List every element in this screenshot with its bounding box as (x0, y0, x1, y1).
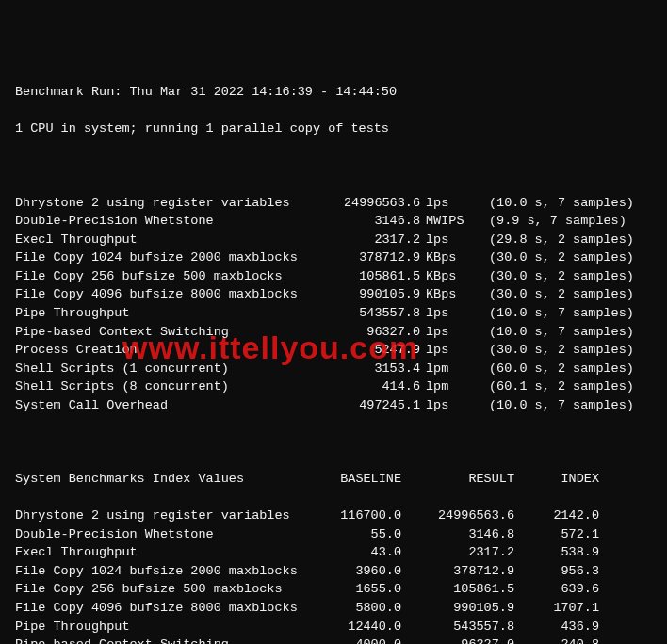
index-baseline: 116700.0 (307, 507, 401, 525)
test-detail: (30.0 s, 2 samples) (478, 249, 652, 267)
index-name: File Copy 1024 bufsize 2000 maxblocks (15, 562, 307, 581)
test-unit: lpm (420, 378, 478, 396)
index-value: 572.1 (514, 525, 599, 544)
test-value: 96327.0 (317, 323, 420, 342)
test-detail: (10.0 s, 7 samples) (478, 323, 652, 342)
test-unit: KBps (420, 267, 478, 286)
index-row: Execl Throughput43.02317.2538.9 (15, 543, 652, 562)
index-baseline: 3960.0 (307, 562, 401, 581)
index-name: Pipe-based Context Switching (15, 636, 307, 644)
test-results-block: Dhrystone 2 using register variables2499… (15, 194, 652, 415)
test-unit: lps (420, 396, 478, 415)
index-baseline: 12440.0 (307, 618, 401, 636)
index-header-index: INDEX (514, 470, 599, 489)
index-baseline: 5800.0 (307, 599, 401, 618)
index-row: Pipe-based Context Switching4000.096327.… (15, 636, 652, 644)
test-name: Process Creation (15, 341, 317, 360)
index-result: 378712.9 (401, 562, 514, 581)
test-detail: (30.0 s, 2 samples) (478, 285, 652, 304)
test-row: Execl Throughput2317.2lps(29.8 s, 2 samp… (15, 231, 652, 250)
index-header-baseline: BASELINE (307, 470, 401, 489)
test-unit: lps (420, 231, 478, 250)
test-name: File Copy 4096 bufsize 8000 maxblocks (15, 285, 317, 304)
test-name: Shell Scripts (1 concurrent) (15, 360, 317, 378)
test-detail: (9.9 s, 7 samples) (478, 212, 652, 231)
index-baseline: 1655.0 (307, 580, 401, 599)
test-value: 3153.4 (317, 360, 420, 378)
index-value: 2142.0 (514, 507, 599, 525)
header-line-1: Benchmark Run: Thu Mar 31 2022 14:16:39 … (15, 83, 652, 102)
index-baseline: 4000.0 (307, 636, 401, 644)
index-name: Execl Throughput (15, 543, 307, 562)
test-unit: KBps (420, 285, 478, 304)
index-header-result: RESULT (401, 470, 514, 489)
index-result: 543557.8 (401, 618, 514, 636)
test-unit: lpm (420, 360, 478, 378)
test-value: 414.6 (317, 378, 420, 396)
index-value: 538.9 (514, 543, 599, 562)
test-unit: MWIPS (420, 212, 478, 231)
test-unit: lps (420, 304, 478, 323)
test-value: 24996563.6 (317, 194, 420, 213)
index-result: 3146.8 (401, 525, 514, 544)
test-row: Process Creation5247.9lps(30.0 s, 2 samp… (15, 341, 652, 360)
index-name: Double-Precision Whetstone (15, 525, 307, 544)
index-row: Pipe Throughput12440.0543557.8436.9 (15, 618, 652, 636)
index-value: 240.8 (514, 636, 599, 644)
index-name: File Copy 256 bufsize 500 maxblocks (15, 580, 307, 599)
index-header-row: System Benchmarks Index ValuesBASELINERE… (15, 470, 652, 489)
test-name: Pipe-based Context Switching (15, 323, 317, 342)
header-line-2: 1 CPU in system; running 1 parallel copy… (15, 120, 652, 138)
index-value: 436.9 (514, 618, 599, 636)
test-detail: (29.8 s, 2 samples) (478, 231, 652, 250)
test-value: 105861.5 (317, 267, 420, 286)
test-value: 990105.9 (317, 285, 420, 304)
test-value: 3146.8 (317, 212, 420, 231)
test-detail: (30.0 s, 2 samples) (478, 341, 652, 360)
index-baseline: 55.0 (307, 525, 401, 544)
index-name: File Copy 4096 bufsize 8000 maxblocks (15, 599, 307, 618)
test-unit: KBps (420, 249, 478, 267)
test-name: File Copy 256 bufsize 500 maxblocks (15, 267, 317, 286)
test-name: Pipe Throughput (15, 304, 317, 323)
test-detail: (10.0 s, 7 samples) (478, 194, 652, 213)
test-row: Pipe Throughput543557.8lps(10.0 s, 7 sam… (15, 304, 652, 323)
test-row: File Copy 1024 bufsize 2000 maxblocks378… (15, 249, 652, 267)
index-name: Dhrystone 2 using register variables (15, 507, 307, 525)
test-row: Dhrystone 2 using register variables2499… (15, 194, 652, 213)
test-row: Shell Scripts (1 concurrent)3153.4lpm(60… (15, 360, 652, 378)
index-result: 990105.9 (401, 599, 514, 618)
test-name: File Copy 1024 bufsize 2000 maxblocks (15, 249, 317, 267)
test-value: 497245.1 (317, 396, 420, 415)
index-row: File Copy 1024 bufsize 2000 maxblocks396… (15, 562, 652, 581)
index-value: 956.3 (514, 562, 599, 581)
index-row: Dhrystone 2 using register variables1167… (15, 507, 652, 525)
index-baseline: 43.0 (307, 543, 401, 562)
index-row: Double-Precision Whetstone55.03146.8572.… (15, 525, 652, 544)
test-name: Dhrystone 2 using register variables (15, 194, 317, 213)
test-row: Double-Precision Whetstone3146.8MWIPS(9.… (15, 212, 652, 231)
test-unit: lps (420, 323, 478, 342)
test-detail: (10.0 s, 7 samples) (478, 304, 652, 323)
test-row: Pipe-based Context Switching96327.0lps(1… (15, 323, 652, 342)
test-name: Double-Precision Whetstone (15, 212, 317, 231)
test-detail: (60.1 s, 2 samples) (478, 378, 652, 396)
test-value: 543557.8 (317, 304, 420, 323)
index-row: File Copy 256 bufsize 500 maxblocks1655.… (15, 580, 652, 599)
index-result: 24996563.6 (401, 507, 514, 525)
index-result: 2317.2 (401, 543, 514, 562)
index-result: 96327.0 (401, 636, 514, 644)
test-detail: (60.0 s, 2 samples) (478, 360, 652, 378)
index-result: 105861.5 (401, 580, 514, 599)
test-name: Shell Scripts (8 concurrent) (15, 378, 317, 396)
test-value: 5247.9 (317, 341, 420, 360)
test-value: 378712.9 (317, 249, 420, 267)
index-value: 1707.1 (514, 599, 599, 618)
test-detail: (10.0 s, 7 samples) (478, 396, 652, 415)
test-row: System Call Overhead497245.1lps(10.0 s, … (15, 396, 652, 415)
test-row: File Copy 256 bufsize 500 maxblocks10586… (15, 267, 652, 286)
test-name: Execl Throughput (15, 231, 317, 250)
index-name: Pipe Throughput (15, 618, 307, 636)
index-values-block: Dhrystone 2 using register variables1167… (15, 507, 652, 644)
test-name: System Call Overhead (15, 396, 317, 415)
